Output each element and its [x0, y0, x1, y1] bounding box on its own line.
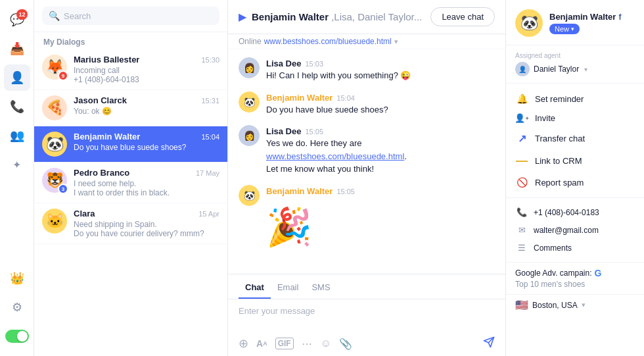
detail-comments[interactable]: ☰ Comments — [506, 239, 644, 257]
search-wrap[interactable]: 🔍 — [42, 7, 219, 25]
transfer-icon: ↗ — [515, 132, 528, 145]
location-chevron-icon: ▾ — [582, 301, 586, 309]
chat-main: ▶ Benjamin Walter ,Lisa, Daniel Taylor..… — [228, 0, 506, 356]
online-status: Online — [239, 37, 262, 46]
status-badge-new[interactable]: New ▾ — [549, 24, 580, 34]
google-label: Google Adv. campain: — [515, 268, 592, 278]
contacts-icon: 👤 — [10, 70, 24, 85]
sidebar-item-chat[interactable]: 💬 12 — [4, 7, 30, 33]
dialog-item-jason[interactable]: 🍕 Jason Clarck 15:31 You: ok 😊 — [34, 90, 227, 126]
tab-email[interactable]: Email — [271, 280, 306, 299]
assigned-section: Assigned agent 👤 Daniel Taylor ▾ — [506, 45, 644, 84]
dialog-time-benjamin: 15:04 — [201, 133, 219, 141]
sidebar-item-team[interactable]: 👥 — [4, 122, 30, 149]
tab-sms[interactable]: SMS — [305, 280, 336, 299]
dialog-preview-marius: Incoming call+1 (408)-604-0183 — [74, 66, 219, 84]
avatar-benjamin: 🐼 — [42, 132, 67, 157]
msg-bubble: Do you have blue suede shoes? — [266, 103, 495, 116]
dialog-item-pedro[interactable]: 🐯 3 Pedro Branco 17 May I need some help… — [34, 163, 227, 203]
avatar-marius: 🦊 9 — [42, 55, 67, 80]
msg-bubble-party: 🎉 — [266, 197, 495, 255]
msg-time: 15:04 — [336, 94, 355, 102]
spam-icon: 🚫 — [515, 177, 528, 188]
message-row: 👩 Lisa Dee15:03 Hi! Can I help with you … — [239, 57, 495, 82]
status-toggle[interactable] — [5, 330, 29, 343]
avatar-benjamin-w: 🐼 — [239, 91, 260, 113]
contact-details: 📞 +1 (408)-604-0183 ✉ walter@gmail.com ☰… — [506, 198, 644, 263]
chat-messages: 👩 Lisa Dee15:03 Hi! Can I help with you … — [228, 49, 505, 274]
comments-label: Comments — [534, 243, 572, 253]
tab-chat[interactable]: Chat — [239, 280, 271, 299]
phone-value: +1 (408)-604-0183 — [534, 208, 599, 217]
badge-marius: 9 — [58, 70, 68, 81]
action-list: 🔔 Set reminder 👤+ Invite ↗ Transfer chat… — [506, 84, 644, 198]
settings-icon: ⚙ — [12, 300, 22, 315]
contact-avatar: 🐼 — [515, 9, 543, 37]
detail-email: ✉ walter@gmail.com — [506, 221, 644, 239]
facebook-icon: f — [618, 13, 621, 22]
search-input[interactable] — [64, 11, 213, 21]
flag-icon: 🇺🇸 — [515, 299, 528, 311]
msg-time: 15:05 — [305, 128, 323, 136]
inbox-icon: 📥 — [10, 41, 24, 56]
msg-time: 15:03 — [305, 60, 323, 68]
sidebar-item-automation[interactable]: ✦ — [4, 151, 30, 178]
phone-icon: 📞 — [10, 99, 24, 114]
dialog-item-clara[interactable]: 🐱 Clara 15 Apr Need shipping in Spain.Do… — [34, 203, 227, 244]
avatar-lisa-dee: 👩 — [239, 57, 260, 78]
google-campaign-value: Top 10 men's shoes — [515, 280, 635, 289]
assigned-agent: 👤 Daniel Taylor ▾ — [515, 62, 635, 76]
location-row[interactable]: 🇺🇸 Boston, USA ▾ — [506, 295, 644, 315]
msg-sender-lisa2: Lisa Dee — [266, 126, 301, 136]
dialog-item-benjamin[interactable]: 🐼 Benjamin Walter 15:04 Do you have blue… — [34, 126, 227, 163]
dialog-name-marius: Marius Ballester — [74, 55, 139, 64]
msg-bubble: Hi! Can I help with you something? 😜 — [266, 69, 495, 82]
action-label: Invite — [535, 113, 555, 123]
paperclip-icon[interactable]: 📎 — [339, 338, 352, 350]
action-transfer-chat[interactable]: ↗ Transfer chat — [506, 128, 644, 149]
dialog-item-marius[interactable]: 🦊 9 Marius Ballester 15:30 Incoming call… — [34, 49, 227, 90]
gif-icon[interactable]: GIF — [275, 338, 294, 349]
sidebar-item-settings[interactable]: ⚙ — [4, 294, 30, 320]
product-link[interactable]: www.bestshoes.com/bluesuede.html — [266, 151, 404, 161]
action-link-crm[interactable]: — Link to CRM — [506, 149, 644, 172]
message-row: 🐼 Benjamin Walter15:04 Do you have blue … — [239, 91, 495, 116]
sidebar-item-phone[interactable]: 📞 — [4, 93, 30, 120]
action-invite[interactable]: 👤+ Invite — [506, 109, 644, 128]
chat-url-link[interactable]: www.bestshoes.com/bluesuede.html — [264, 37, 392, 46]
emoji-icon[interactable]: ☺ — [321, 338, 331, 349]
msg-time: 15:05 — [336, 188, 355, 195]
sidebar-item-toggle[interactable] — [4, 323, 30, 349]
action-set-reminder[interactable]: 🔔 Set reminder — [506, 89, 644, 109]
detail-phone: 📞 +1 (408)-604-0183 — [506, 203, 644, 221]
forward-arrow-icon: ▶ — [239, 11, 246, 23]
agent-chevron-icon[interactable]: ▾ — [584, 66, 587, 73]
attachment-icon[interactable]: ⊕ — [239, 336, 248, 351]
automation-icon: ✦ — [12, 159, 21, 171]
action-label: Set reminder — [535, 94, 584, 104]
dialog-preview-jason: You: ok 😊 — [74, 107, 219, 116]
message-row: 👩 Lisa Dee15:05 Yes we do. Here they are… — [239, 125, 495, 176]
msg-bubble: Yes we do. Here they are www.bestshoes.c… — [266, 137, 495, 176]
action-report-spam[interactable]: 🚫 Report spam — [506, 172, 644, 192]
dialog-time-clara: 15 Apr — [198, 210, 219, 218]
sidebar-item-inbox[interactable]: 📥 — [4, 36, 30, 62]
info-panel: 🐼 Benjamin Walter f New ▾ Assigned agent… — [506, 0, 644, 356]
msg-sender-lisa: Lisa Dee — [266, 59, 301, 68]
action-label: Report spam — [535, 178, 584, 188]
dialog-panel: 🔍 My Dialogs 🦊 9 Marius Ballester 15:30 … — [34, 0, 228, 356]
google-g-icon: G — [595, 268, 602, 278]
message-input[interactable] — [239, 306, 495, 327]
search-icon: 🔍 — [49, 11, 60, 21]
text-size-icon[interactable]: AA — [256, 338, 267, 349]
chat-header: ▶ Benjamin Walter ,Lisa, Daniel Taylor..… — [228, 0, 505, 34]
sidebar-item-contacts[interactable]: 👤 — [4, 64, 30, 91]
dialog-time-marius: 15:30 — [201, 56, 219, 64]
dots-icon[interactable]: ⋯ — [302, 338, 313, 350]
avatar-clara: 🐱 — [42, 209, 67, 234]
send-button[interactable] — [483, 336, 495, 351]
leave-chat-button[interactable]: Leave chat — [430, 7, 495, 26]
chat-subheader: Online www.bestshoes.com/bluesuede.html … — [228, 34, 505, 49]
chat-input-area: Chat Email SMS ⊕ AA GIF ⋯ ☺ 📎 — [228, 274, 505, 356]
sidebar-item-crown[interactable]: 👑 — [4, 265, 30, 292]
